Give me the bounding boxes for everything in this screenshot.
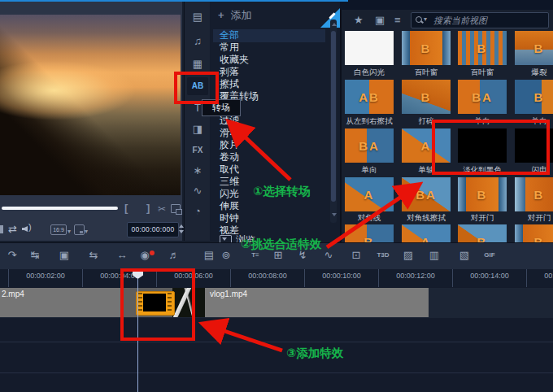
transition-thumb[interactable]: AB <box>345 80 394 114</box>
resize-frame-icon[interactable]: ▣ <box>55 248 73 263</box>
add-favorite-icon[interactable]: ★ <box>354 14 364 26</box>
category-filter[interactable]: 过滤 <box>220 115 317 127</box>
category-common[interactable]: 常用 <box>220 41 317 54</box>
category-favorites[interactable]: 收藏夹 <box>220 54 317 66</box>
lasso-select-icon[interactable]: ∿ <box>320 248 337 263</box>
transition-thumb[interactable]: B <box>458 31 507 65</box>
record-dot-icon <box>150 250 155 255</box>
video-editor-window: [ ] ✂ ⇄ ) 16:9 ▾ ▾ 00:00:00:000 ▤ ♫ ▦ AB… <box>0 0 553 392</box>
track-separator <box>0 342 553 342</box>
category-clock[interactable]: 时钟 <box>220 212 317 224</box>
transition-thumb[interactable]: B <box>402 31 451 65</box>
time-stretch-icon[interactable]: ↔ <box>113 248 131 263</box>
thumb-label: 对角线擦拭 <box>398 213 454 224</box>
transition-thumb[interactable]: A <box>345 177 394 211</box>
category-slide[interactable]: 滑动 <box>220 127 317 139</box>
group-view-icon[interactable]: ▣ <box>375 14 385 26</box>
transition-thumb[interactable]: B <box>515 80 553 114</box>
annotation-step3: ③添加特效 <box>286 346 343 361</box>
thumb-label: 单向 <box>342 165 397 176</box>
color-dabs-icon[interactable]: ⊚ <box>217 248 235 263</box>
mix-stack-icon[interactable]: ▤ <box>200 248 218 263</box>
fit-timeline-icon[interactable]: ↹ <box>26 248 44 263</box>
annotation-step2: ②挑选合适特效 <box>241 237 321 252</box>
transition-thumb[interactable]: BA <box>458 80 507 114</box>
category-scrollbar-thumb[interactable] <box>331 31 336 202</box>
note-clip-icon[interactable]: ▥ <box>425 248 443 263</box>
transition-thumb[interactable]: BA <box>402 177 451 211</box>
overlay-tab-icon[interactable]: ◨ <box>187 120 208 138</box>
aspect-ratio-selector[interactable]: 16:9 <box>50 224 67 235</box>
loop-icon[interactable]: ⇄ <box>8 223 17 235</box>
scroll-up-icon[interactable] <box>332 23 337 26</box>
transition-thumb[interactable]: BA <box>345 128 394 163</box>
category-wipe[interactable]: 擦拭 <box>220 78 317 90</box>
volume-icon[interactable] <box>22 226 28 232</box>
template-tab-icon[interactable]: ▦ <box>187 55 208 73</box>
display-mode-caret-icon[interactable]: ▾ <box>85 228 88 235</box>
aspect-ratio-caret-icon[interactable]: ▾ <box>67 228 71 235</box>
split-clip-icon[interactable]: ⇆ <box>85 248 102 263</box>
annotation-box-transition-tab <box>174 72 219 104</box>
category-stretch[interactable]: 伸展 <box>220 200 317 212</box>
add-transition-button[interactable]: +添加 <box>218 8 252 23</box>
split-clip-icon[interactable]: ✂ <box>158 203 166 215</box>
multi-select-icon[interactable]: ▨ <box>399 248 417 263</box>
speed-tab-icon[interactable]: ◔ <box>187 203 208 220</box>
annotation-step1: ①选择转场 <box>253 184 310 199</box>
category-peel[interactable]: 剥落 <box>220 66 317 78</box>
thumb-label: 对角线 <box>342 213 397 224</box>
transition-thumb[interactable]: B <box>515 31 553 65</box>
mark-in-button[interactable]: [ <box>124 202 128 214</box>
preview-panel: [ ] ✂ ⇄ ) 16:9 ▾ ▾ 00:00:00:000 <box>0 2 182 241</box>
search-input[interactable] <box>432 13 547 28</box>
snapshot-icon[interactable] <box>171 204 181 213</box>
display-mode-selector[interactable] <box>74 224 85 235</box>
scroll-down-icon[interactable] <box>332 213 337 216</box>
audio-tab-icon[interactable]: ♫ <box>187 33 208 50</box>
volume-wave-icon: ) <box>28 222 32 232</box>
thumb-label: 白色闪光 <box>342 68 397 78</box>
ruler-tick-label: 00:00:10:00 <box>322 272 361 280</box>
transition-thumb[interactable]: B <box>515 177 553 211</box>
motion-path-tab-icon[interactable]: ∿ <box>187 182 208 200</box>
playback-control-partial[interactable] <box>0 225 3 233</box>
transition-thumb[interactable]: B <box>458 177 507 211</box>
ruler-tick-label: 00:00:08:00 <box>248 272 287 280</box>
image-title-icon[interactable]: ▧ <box>455 248 473 263</box>
transition-thumb[interactable] <box>345 31 394 65</box>
clip-label: 2.mp4 <box>2 290 24 298</box>
timecode-field[interactable]: 00:00:00:000 <box>127 222 179 237</box>
gif-creator-icon[interactable]: GIF <box>481 248 499 263</box>
category-film[interactable]: 胶片 <box>220 139 317 151</box>
media-tab-icon[interactable]: ▤ <box>187 8 208 26</box>
library-sidebar: ▤ ♫ ▦ AB T ◨ FX ∗ ∿ ◔ <box>184 2 211 241</box>
timecode-stepper[interactable] <box>178 224 184 234</box>
focus-frame-icon[interactable]: ⊡ <box>347 248 365 263</box>
clip-label: vlog1.mp4 <box>210 290 247 298</box>
add-label: 添加 <box>231 9 252 21</box>
list-view-icon[interactable]: ≡ <box>394 14 401 26</box>
search-caret-icon[interactable]: ▾ <box>424 15 427 23</box>
filter-fx-tab-icon[interactable]: FX <box>187 142 208 159</box>
window-top-accent <box>0 0 348 2</box>
category-all[interactable]: 全部 <box>220 29 317 41</box>
thumb-label: 爆裂 <box>512 68 553 78</box>
sound-mixer-icon[interactable]: ♬ <box>165 248 183 263</box>
thumb-label: 对开门 <box>455 213 510 224</box>
plus-icon: + <box>218 9 224 21</box>
search-icon <box>416 16 422 23</box>
annotation-box-effect-choice <box>432 120 550 175</box>
category-roll[interactable]: 卷动 <box>220 151 317 163</box>
thumb-label: 对开门 <box>512 213 553 224</box>
redo-icon[interactable]: ↷ <box>3 248 21 263</box>
transition-thumb[interactable]: B <box>402 80 451 114</box>
mark-out-button[interactable]: ] <box>146 202 150 214</box>
thumb-label: 百叶窗 <box>398 68 454 78</box>
category-replace[interactable]: 取代 <box>220 163 317 176</box>
instant-effect-tab-icon[interactable]: ∗ <box>187 162 208 180</box>
annotation-box-timeline-transition <box>120 268 195 341</box>
preview-scrubber[interactable] <box>2 207 118 210</box>
title-3d-icon[interactable]: T3D <box>374 248 392 263</box>
ruler-tick-label: 00:00:14:00 <box>470 272 509 280</box>
